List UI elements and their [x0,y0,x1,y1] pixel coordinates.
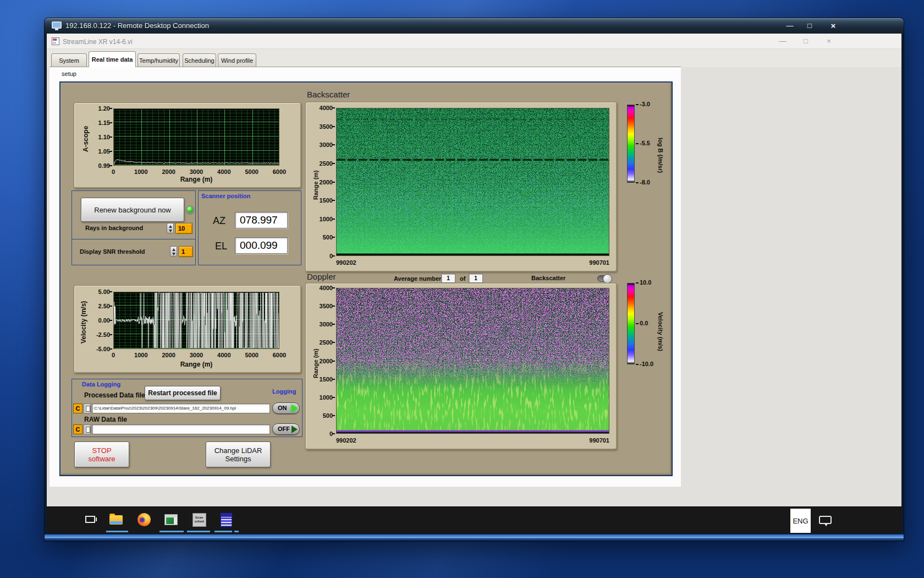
average-total-field[interactable]: 1 [469,274,483,283]
language-badge[interactable]: ENG [790,509,811,533]
week-document-icon[interactable] [218,512,234,527]
doppler-title: Doppler [307,272,336,281]
y-tick-label: 1000 [309,216,333,222]
average-current-field[interactable]: 1 [441,274,455,283]
average-number-label: Average number [394,275,441,282]
y-tick-mark [109,334,112,335]
streamline-window-icon[interactable] [163,512,179,527]
rdp-window: 192.168.0.122 - Remote Desktop Connectio… [45,18,904,541]
doppler-colorbar-tick [636,282,639,283]
processed-path-field[interactable]: C:\Lidar\Data\Proc\2023\202309\20230914\… [92,403,270,413]
rays-value-field[interactable]: 10 [175,223,193,234]
taskbar: Scan sched ENG [47,506,901,533]
doppler-colorbar-tick [636,323,639,324]
tab-system-setup[interactable]: System setup [51,53,87,67]
app-titlebar[interactable]: StreamLine XR v14-6.vi — □ × [47,34,901,49]
tab-scheduling[interactable]: Scheduling [183,53,216,67]
processed-path-browse-icon[interactable] [84,403,91,413]
y-tick-label: 1.20 [86,105,110,112]
scan-scheduler-icon[interactable]: Scan sched [191,512,207,527]
raw-path-browse-icon[interactable] [84,424,91,434]
processed-toggle-led-icon [292,405,298,412]
ascope-trace [114,160,279,165]
rdp-minimize-button[interactable]: — [780,20,799,31]
change-lidar-settings-button[interactable]: Change LiDAR Settings [206,441,271,467]
y-tick-label: 1.10 [86,134,110,140]
az-value-field: 078.997 [235,212,288,228]
y-tick-mark [332,287,335,288]
rdp-maximize-button[interactable]: □ [800,20,819,31]
y-tick-mark [109,137,112,138]
renew-background-button[interactable]: Renew background now [81,198,184,222]
processed-logging-toggle[interactable]: ON [272,402,300,414]
main-panel: A-scope Range (m) 1.201.151.101.050.9901… [59,81,673,476]
notification-chat-icon[interactable] [819,516,832,524]
data-logging-box: Data Logging Processed Data file Restart… [72,379,302,437]
task-view-icon[interactable] [82,512,98,527]
y-tick-label: 500 [309,234,333,241]
y-tick-label: 2.50 [86,303,110,309]
snr-value-field[interactable]: 1 [179,246,193,257]
tab-real-time-data[interactable]: Real time data [89,51,136,67]
x-tick-label: 6000 [267,168,292,175]
y-tick-label: 3500 [309,303,333,309]
raw-logging-toggle[interactable]: OFF [272,423,300,435]
backscatter-x-start-label: 990202 [336,259,419,266]
app-restore-button[interactable]: □ [796,36,816,47]
tab-temp-humidity[interactable]: Temp/humidity [138,53,180,67]
processed-drive-selector[interactable]: C [73,403,82,413]
app-window-title: StreamLine XR v14-6.vi [63,38,133,46]
doppler-colorbar [627,283,635,364]
backscatter-colorbar-max: -3.0 [640,101,650,107]
x-tick-label: 4000 [212,168,236,175]
velocity-x-axis-label: Range (m) [113,361,279,368]
file-explorer-icon[interactable] [108,512,124,527]
x-tick-label: 5000 [240,168,264,175]
firefox-icon[interactable] [136,512,152,527]
rdp-close-button[interactable]: × [820,20,846,31]
doppler-colorbar-mid: 0.0 [640,320,648,326]
velocity-trace-svg [114,292,279,348]
y-tick-mark [109,151,112,152]
tab-wind-profile[interactable]: Wind profile [218,53,256,67]
change-lidar-line1: Change LiDAR [215,446,262,455]
el-label: EL [215,241,227,252]
snr-spinner[interactable] [170,246,177,257]
backscatter-colorbar-tick [636,143,639,144]
y-tick-label: 0.00 [86,317,110,324]
y-tick-label: 5.00 [86,288,110,295]
raw-drive-selector[interactable]: C [73,424,82,434]
y-tick-label: 2500 [309,339,333,346]
scan-scheduler-line2: sched [194,520,204,523]
rays-spinner[interactable] [167,223,174,233]
backscatter-x-end-label: 990701 [527,259,609,266]
y-tick-mark [109,320,112,321]
doppler-heatmap [336,288,609,434]
app-minimize-button[interactable]: — [773,36,793,47]
y-tick-mark [332,379,335,380]
raw-path-field[interactable] [92,424,270,434]
y-tick-mark [332,306,335,307]
stop-software-button[interactable]: STOP software [74,441,129,467]
logging-label: Logging [272,388,296,395]
restart-processed-file-button[interactable]: Restart processed file [145,386,221,400]
raw-toggle-led-icon [292,426,298,433]
app-close-button[interactable]: × [819,36,839,47]
backscatter-graph: Range (m) [305,102,617,272]
az-label: AZ [213,215,226,227]
y-tick-label: 3000 [309,321,333,328]
scanner-position-box: Scanner position AZ 078.997 EL 000.099 [198,190,301,265]
y-tick-mark [332,144,335,145]
backscatter-heatmap [336,108,609,256]
renew-background-led [186,205,194,214]
x-tick-label: 2000 [157,168,181,175]
y-tick-label: 0 [309,253,333,259]
x-tick-label: 0 [101,168,125,175]
backscatter-display-toggle[interactable] [597,275,612,282]
running-indicator [106,531,128,532]
doppler-x-start-label: 990202 [336,437,419,444]
rdp-titlebar[interactable]: 192.168.0.122 - Remote Desktop Connectio… [45,18,904,34]
doppler-colorbar-tick [636,364,639,365]
y-tick-label: 1.15 [86,119,110,126]
ascope-graph: A-scope Range (m) 1.201.151.101.050.9901… [74,102,301,188]
